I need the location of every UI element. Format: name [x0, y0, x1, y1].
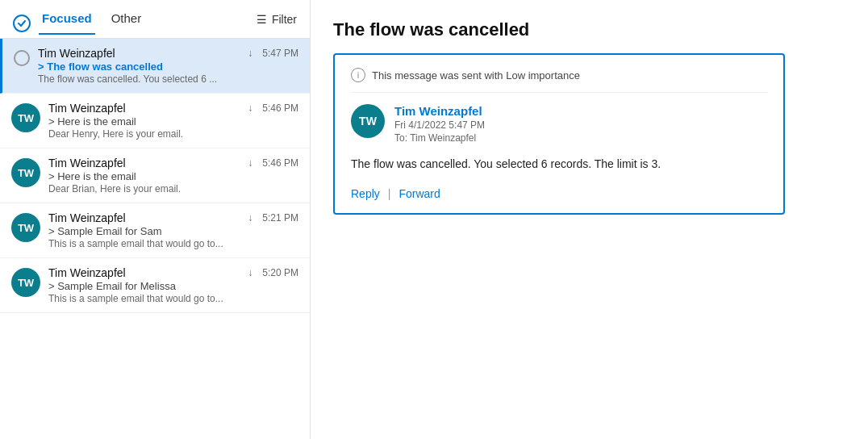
action-divider: |: [388, 187, 391, 200]
time-row: ↓ 5:46 PM: [244, 157, 298, 169]
email-header: Tim Weinzapfel ↓ 5:46 PM: [48, 157, 298, 169]
importance-banner: i This message was sent with Low importa…: [351, 68, 767, 93]
email-subject: > The flow was cancelled: [38, 61, 298, 73]
down-arrow-icon: ↓: [248, 157, 252, 169]
sender-name: Tim Weinzapfel: [48, 211, 126, 224]
email-time: 5:21 PM: [262, 212, 298, 224]
email-header: Tim Weinzapfel ↓ 5:47 PM: [38, 47, 298, 60]
list-item[interactable]: TW Tim Weinzapfel ↓ 5:46 PM > Here is th…: [0, 94, 310, 148]
time-row: ↓ 5:20 PM: [244, 267, 298, 278]
list-item[interactable]: TW Tim Weinzapfel ↓ 5:20 PM > Sample Ema…: [0, 258, 310, 313]
email-time: 5:47 PM: [262, 48, 298, 59]
email-body: The flow was cancelled. You selected 6 r…: [351, 155, 767, 173]
tab-other[interactable]: Other: [108, 11, 145, 35]
sender-name: Tim Weinzapfel: [48, 157, 126, 169]
email-preview: This is a sample email that would go to.…: [48, 238, 298, 249]
filter-button[interactable]: ☰ Filter: [257, 13, 297, 34]
email-preview: Dear Henry, Here is your email.: [48, 128, 298, 140]
email-subject: > Here is the email: [48, 115, 298, 128]
avatar: TW: [11, 103, 40, 132]
importance-text: This message was sent with Low importanc…: [372, 69, 580, 82]
time-row: ↓ 5:46 PM: [244, 102, 298, 114]
sender-avatar: TW: [351, 104, 385, 138]
email-preview: The flow was cancelled. You selected 6 .…: [38, 73, 298, 85]
sender-details: Tim Weinzapfel Fri 4/1/2022 5:47 PM To: …: [394, 104, 485, 144]
email-preview: This is a sample email that would go to.…: [48, 293, 298, 304]
email-list-panel: Focused Other ☰ Filter Tim Weinzapfel ↓ …: [0, 0, 311, 439]
radio-circle: [14, 50, 30, 66]
email-header: Tim Weinzapfel ↓ 5:20 PM: [48, 266, 298, 279]
sender-name-detail: Tim Weinzapfel: [394, 104, 485, 118]
reply-button[interactable]: Reply: [351, 187, 380, 200]
down-arrow-icon: ↓: [248, 212, 252, 224]
time-row: ↓ 5:21 PM: [244, 212, 298, 224]
filter-icon: ☰: [257, 13, 267, 26]
down-arrow-icon: ↓: [248, 102, 252, 114]
email-header: Tim Weinzapfel ↓ 5:46 PM: [48, 102, 298, 115]
forward-button[interactable]: Forward: [399, 187, 440, 200]
email-list: Tim Weinzapfel ↓ 5:47 PM > The flow was …: [0, 39, 310, 439]
email-content: Tim Weinzapfel ↓ 5:46 PM > Here is the e…: [48, 157, 298, 194]
sender-name: Tim Weinzapfel: [48, 266, 126, 279]
list-item[interactable]: Tim Weinzapfel ↓ 5:47 PM > The flow was …: [0, 39, 310, 94]
sender-name: Tim Weinzapfel: [48, 102, 126, 115]
avatar: TW: [11, 213, 40, 242]
email-subject: > Sample Email for Melissa: [48, 280, 298, 292]
email-detail-panel: The flow was cancelled i This message wa…: [311, 0, 868, 439]
action-buttons: Reply | Forward: [351, 187, 767, 200]
email-content: Tim Weinzapfel ↓ 5:46 PM > Here is the e…: [48, 102, 298, 140]
email-subject: > Sample Email for Sam: [48, 225, 298, 237]
sender-date: Fri 4/1/2022 5:47 PM: [394, 119, 485, 131]
email-detail-title: The flow was cancelled: [333, 19, 845, 40]
sender-name: Tim Weinzapfel: [38, 47, 115, 60]
tab-focused[interactable]: Focused: [39, 11, 95, 35]
time-row: ↓ 5:47 PM: [244, 48, 298, 59]
email-subject: > Here is the email: [48, 170, 298, 182]
filter-label: Filter: [272, 13, 297, 26]
down-arrow-icon: ↓: [248, 267, 252, 278]
list-item[interactable]: TW Tim Weinzapfel ↓ 5:21 PM > Sample Ema…: [0, 203, 310, 258]
email-time: 5:46 PM: [262, 157, 298, 169]
sender-row: TW Tim Weinzapfel Fri 4/1/2022 5:47 PM T…: [351, 104, 767, 144]
email-time: 5:20 PM: [262, 267, 298, 278]
info-icon: i: [351, 68, 365, 82]
email-content: Tim Weinzapfel ↓ 5:21 PM > Sample Email …: [48, 211, 298, 249]
email-content: Tim Weinzapfel ↓ 5:20 PM > Sample Email …: [48, 266, 298, 304]
email-content: Tim Weinzapfel ↓ 5:47 PM > The flow was …: [38, 47, 298, 85]
email-detail-card: i This message was sent with Low importa…: [333, 53, 785, 215]
email-header: Tim Weinzapfel ↓ 5:21 PM: [48, 211, 298, 224]
list-item[interactable]: TW Tim Weinzapfel ↓ 5:46 PM > Here is th…: [0, 148, 310, 203]
avatar: TW: [11, 158, 40, 187]
email-time: 5:46 PM: [262, 102, 298, 114]
check-circle-icon: [13, 15, 31, 32]
sender-to: To: Tim Weinzapfel: [394, 132, 485, 144]
avatar: TW: [11, 268, 40, 297]
tab-bar: Focused Other ☰ Filter: [0, 0, 310, 39]
email-preview: Dear Brian, Here is your email.: [48, 183, 298, 194]
down-arrow-icon: ↓: [248, 48, 252, 59]
